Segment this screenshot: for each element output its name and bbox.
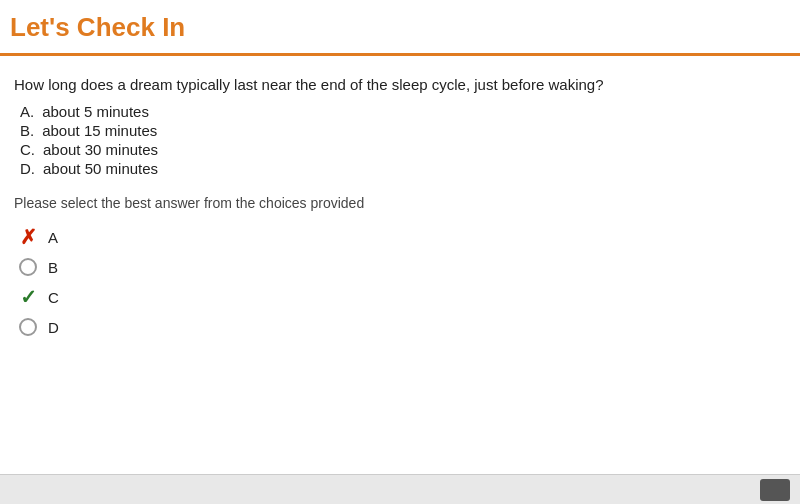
page-header: Let's Check In (0, 0, 800, 56)
radio-empty-icon (19, 318, 37, 336)
answer-label-b: B (48, 259, 58, 276)
answer-label-c: C (48, 289, 59, 306)
answer-icon-a: ✗ (18, 227, 38, 247)
answer-label-d: D (48, 319, 59, 336)
answer-icon-b (18, 257, 38, 277)
radio-empty-icon (19, 258, 37, 276)
page-title: Let's Check In (10, 12, 185, 42)
wrong-icon: ✗ (20, 227, 37, 247)
answer-label-a: A (48, 229, 58, 246)
main-content: How long does a dream typically last nea… (0, 56, 800, 474)
answer-option-a[interactable]: ✗A (18, 225, 786, 249)
choice-item: D.about 50 minutes (20, 160, 786, 177)
footer-next-button[interactable] (760, 479, 790, 501)
choices-list: A.about 5 minutesB.about 15 minutesC.abo… (20, 103, 786, 177)
correct-icon: ✓ (20, 287, 37, 307)
footer (0, 474, 800, 504)
answer-icon-d (18, 317, 38, 337)
answer-option-d[interactable]: D (18, 315, 786, 339)
answer-options: ✗AB✓CD (18, 225, 786, 339)
choice-item: C.about 30 minutes (20, 141, 786, 158)
instruction-text: Please select the best answer from the c… (14, 195, 786, 211)
answer-option-b[interactable]: B (18, 255, 786, 279)
choice-item: B.about 15 minutes (20, 122, 786, 139)
answer-icon-c: ✓ (18, 287, 38, 307)
question-text: How long does a dream typically last nea… (14, 74, 786, 95)
choice-item: A.about 5 minutes (20, 103, 786, 120)
answer-option-c[interactable]: ✓C (18, 285, 786, 309)
